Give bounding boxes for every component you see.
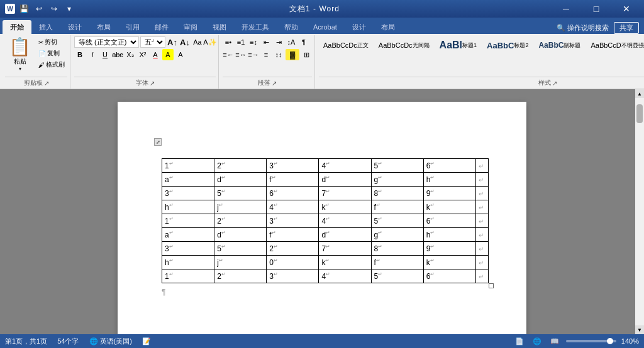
scroll-down-btn[interactable]: ▼	[635, 325, 644, 334]
style-normal[interactable]: AaBbCcDc 正文	[319, 36, 373, 54]
zoom-slider[interactable]	[566, 340, 616, 342]
paragraph-expand-icon[interactable]: ↗	[272, 80, 277, 87]
line-spacing-btn[interactable]: ↕↕	[273, 49, 284, 60]
style-subtitle[interactable]: AaBbCcD 不明显强调	[586, 36, 644, 54]
table-cell[interactable]: 3↵	[267, 269, 319, 283]
table-cell[interactable]: d↵	[319, 228, 371, 242]
border-btn[interactable]: ⊞	[301, 49, 312, 60]
underline-button[interactable]: U	[99, 49, 111, 60]
table-cell[interactable]: 1↵	[162, 269, 214, 283]
table-cell[interactable]: k↵	[423, 256, 475, 269]
font-size-select[interactable]: 五号	[140, 36, 165, 48]
align-left-btn[interactable]: ≡←	[223, 49, 234, 60]
list-bullet-btn[interactable]: ≡•	[223, 36, 234, 48]
show-marks-btn[interactable]: ¶	[298, 36, 309, 48]
table-cell[interactable]: a↵	[162, 228, 214, 242]
list-number-btn[interactable]: ≡1	[235, 36, 247, 48]
align-right-btn[interactable]: ≡→	[248, 49, 259, 60]
increase-font-btn[interactable]: A↑	[167, 36, 178, 48]
italic-button[interactable]: I	[87, 49, 98, 60]
table-cell[interactable]: d↵	[319, 173, 371, 187]
table-cell[interactable]: 6↵	[423, 159, 475, 173]
tab-developer[interactable]: 开发工具	[234, 20, 277, 34]
table-cell[interactable]: 3↵	[162, 242, 214, 256]
tab-help[interactable]: 帮助	[277, 20, 306, 34]
table-cell[interactable]: h↵	[162, 256, 214, 269]
table-cell[interactable]: 5↵	[371, 214, 423, 228]
scroll-up-btn[interactable]: ▲	[635, 89, 644, 98]
cut-button[interactable]: ✂ 剪切	[36, 36, 67, 48]
table-cell[interactable]: 5↵	[214, 242, 267, 256]
superscript-button[interactable]: X²	[137, 49, 148, 60]
format-painter-button[interactable]: 🖌 格式刷	[36, 59, 67, 70]
table-cell[interactable]: 2↵	[214, 269, 267, 283]
highlight-btn[interactable]: A	[162, 49, 174, 60]
table-cell[interactable]: j↵	[214, 256, 267, 269]
zoom-thumb[interactable]	[607, 338, 613, 344]
table-cell[interactable]: d↵	[214, 173, 267, 187]
table-cell[interactable]: 8↵	[371, 242, 423, 256]
tab-layout[interactable]: 布局	[89, 20, 118, 34]
strikethrough-button[interactable]: abc	[112, 49, 123, 60]
table-cell[interactable]: h↵	[423, 173, 475, 187]
font-expand-icon[interactable]: ↗	[150, 80, 155, 87]
table-cell[interactable]: 1↵	[162, 159, 214, 173]
table-cell[interactable]: 2↵	[214, 159, 267, 173]
paste-button[interactable]: 📋 粘贴 ▾	[5, 36, 35, 73]
table-cell[interactable]: ↵	[475, 159, 488, 173]
table-cell[interactable]: d↵	[214, 228, 267, 242]
scroll-thumb[interactable]	[636, 104, 643, 123]
share-btn[interactable]: 共享	[614, 22, 639, 34]
increase-indent-btn[interactable]: ⇥	[273, 36, 284, 48]
tab-review[interactable]: 审阅	[176, 20, 205, 34]
bold-button[interactable]: B	[74, 49, 86, 60]
table-cell[interactable]: ↵	[475, 187, 488, 200]
table-cell[interactable]: g↵	[371, 173, 423, 187]
table-cell[interactable]: 2↵	[214, 214, 267, 228]
table-cell[interactable]: 5↵	[214, 187, 267, 200]
table-cell[interactable]: 5↵	[371, 159, 423, 173]
list-multilevel-btn[interactable]: ≡↕	[248, 36, 259, 48]
table-cell[interactable]: 1↵	[162, 214, 214, 228]
tab-view[interactable]: 视图	[205, 20, 234, 34]
table-cell[interactable]: 8↵	[371, 187, 423, 200]
table-cell[interactable]: a↵	[162, 173, 214, 187]
table-cell[interactable]: 5↵	[371, 269, 423, 283]
table-cell[interactable]: ↵	[475, 242, 488, 256]
content-table[interactable]: 1↵2↵3↵4↵5↵6↵↵a↵d↵f↵d↵g↵h↵↵3↵5↵6↵7↵8↵9↵↵h…	[162, 158, 489, 283]
table-cell[interactable]: k↵	[423, 200, 475, 214]
table-cell[interactable]: 0↵	[267, 256, 319, 269]
table-cell[interactable]: 6↵	[267, 187, 319, 200]
restore-button[interactable]: □	[584, 0, 609, 18]
table-cell[interactable]: g↵	[371, 228, 423, 242]
text-effects-btn[interactable]: A✨	[204, 36, 216, 48]
customize-quick-btn[interactable]: ▾	[63, 3, 75, 15]
tab-references[interactable]: 引用	[118, 20, 147, 34]
table-cell[interactable]: ↵	[475, 228, 488, 242]
table-cell[interactable]: f↵	[267, 173, 319, 187]
clipboard-expand-icon[interactable]: ↗	[44, 80, 49, 87]
tab-mailings[interactable]: 邮件	[147, 20, 176, 34]
style-h1[interactable]: AaBl 标题1	[435, 36, 481, 54]
justify-btn[interactable]: ≡	[260, 49, 272, 60]
align-center-btn[interactable]: ≡↔	[235, 49, 247, 60]
char-shading-btn[interactable]: A	[175, 49, 186, 60]
undo-quick-btn[interactable]: ↩	[33, 3, 45, 15]
table-cell[interactable]: 3↵	[267, 159, 319, 173]
table-cell[interactable]: ↵	[475, 214, 488, 228]
table-move-handle[interactable]: ⤢	[154, 138, 162, 146]
style-no-space[interactable]: AaBbCcDc 无间隔	[374, 36, 434, 54]
table-cell[interactable]: 9↵	[423, 187, 475, 200]
tab-table-layout[interactable]: 布局	[374, 20, 402, 34]
tab-insert[interactable]: 插入	[31, 20, 60, 34]
styles-expand-icon[interactable]: ↗	[552, 80, 557, 87]
save-quick-btn[interactable]: 💾	[18, 3, 30, 15]
table-cell[interactable]: ↵	[475, 200, 488, 214]
table-cell[interactable]: 6↵	[423, 214, 475, 228]
redo-quick-btn[interactable]: ↪	[48, 3, 60, 15]
table-cell[interactable]: k↵	[319, 256, 371, 269]
read-view-btn[interactable]: 📖	[548, 336, 561, 346]
font-name-select[interactable]: 等线 (正文文正)	[74, 36, 139, 48]
close-button[interactable]: ✕	[614, 0, 639, 18]
web-view-btn[interactable]: 🌐	[531, 336, 543, 346]
